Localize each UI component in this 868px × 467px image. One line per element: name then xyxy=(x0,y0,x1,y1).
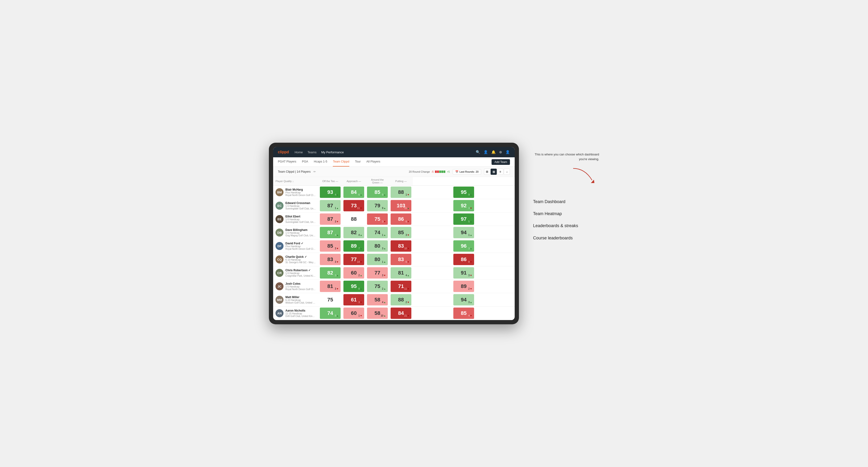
score-box: 83 10▼ xyxy=(391,240,411,252)
table-row[interactable]: JC Josh Coles 1-5 Handicap Royal North D… xyxy=(273,280,515,293)
subnav-all-players[interactable]: All Players xyxy=(366,157,380,166)
view-heatmap-button[interactable]: ▦ xyxy=(491,168,497,175)
table-row[interactable]: CQ Charlie Quick ✓ 6-10 Handicap St. Geo… xyxy=(273,253,515,266)
score-box: 81 4▲ xyxy=(391,267,411,279)
score-box: 74 8▲ xyxy=(320,308,341,319)
settings-icon[interactable]: ⊕ xyxy=(499,150,502,154)
table-row[interactable]: DF David Ford ✓ Plus Handicap Royal Nort… xyxy=(273,239,515,253)
change-num: 4 xyxy=(359,234,360,236)
arrow-down: ▼ xyxy=(336,287,339,290)
view-grid-button[interactable]: ⊞ xyxy=(484,168,490,175)
score-num: 77 xyxy=(375,270,380,276)
score-change: 3▼ xyxy=(382,274,386,277)
nav-link-home[interactable]: Home xyxy=(294,151,303,154)
arrow-down: ▼ xyxy=(407,261,409,263)
change-num: 11 xyxy=(404,287,407,290)
last-rounds-button[interactable]: 📅 Last Rounds: 20 xyxy=(453,169,481,175)
score-cell-putting: 97 5▲ xyxy=(413,213,515,226)
player-name: Josh Coles xyxy=(285,282,316,285)
score-change: 10▲ xyxy=(381,314,386,317)
score-num: 88 xyxy=(398,297,404,303)
score-box: 84 6▲ xyxy=(343,187,364,198)
score-num: 75 xyxy=(328,297,333,303)
score-num: 80 xyxy=(375,243,380,249)
score-num: 94 xyxy=(461,297,467,303)
score-box: 85 4▼ xyxy=(453,308,474,319)
score-box: 79 9▲ xyxy=(367,200,388,211)
subnav-team-clippd[interactable]: Team Clippd xyxy=(333,157,349,166)
score-cell-approach: 79 9▲ xyxy=(366,199,389,213)
score-num: 84 xyxy=(398,310,404,316)
view-list-button[interactable]: ≡ xyxy=(497,168,503,175)
arrow-down: ▼ xyxy=(407,220,409,223)
table-row[interactable]: CR Chris Robertson ✓ 1-5 Handicap Craigm… xyxy=(273,266,515,280)
nav-link-teams[interactable]: Teams xyxy=(308,151,316,154)
table-row[interactable]: EE Elliot Ebert 1-5 Handicap Sunningdale… xyxy=(273,213,515,226)
subnav-hcaps[interactable]: Hcaps 1-5 xyxy=(314,157,327,166)
change-num: 8 xyxy=(468,261,470,263)
score-cell-approach: 75 3▼ xyxy=(366,213,389,226)
score-num: 82 xyxy=(351,229,356,236)
change-num: 2 xyxy=(406,301,407,304)
player-handicap: 1-5 Handicap xyxy=(285,218,316,221)
table-row[interactable]: AN Aaron Nicholls 11-15 Handicap Drift G… xyxy=(273,307,515,320)
user-icon[interactable]: 👤 xyxy=(484,150,488,154)
player-handicap: 1-5 Handicap xyxy=(285,285,316,288)
avatar-icon[interactable]: 👤 xyxy=(505,150,510,154)
score-num: 79 xyxy=(375,203,380,209)
score-change: 1▼ xyxy=(359,314,362,317)
nav-icons: 🔍 👤 🔔 ⊕ 👤 xyxy=(476,150,510,154)
score-change: 8▲ xyxy=(359,287,362,290)
nav-bar: clippd Home Teams My Performance 🔍 👤 🔔 ⊕… xyxy=(273,147,515,157)
score-change: 2▲ xyxy=(359,274,362,277)
change-num: 14 xyxy=(357,261,360,263)
score-change: 4▲ xyxy=(359,234,362,236)
arrow-up: ▲ xyxy=(470,193,472,196)
score-num: 60 xyxy=(351,310,356,316)
change-num: 1 xyxy=(359,314,360,317)
score-num: 58 xyxy=(375,297,380,303)
score-cell-off_tee: 73 11▼ xyxy=(342,199,366,213)
view-export-button[interactable]: ↓ xyxy=(504,168,510,175)
arrow-up: ▲ xyxy=(383,301,386,304)
bell-icon[interactable]: 🔔 xyxy=(491,150,496,154)
avatar: MM xyxy=(276,296,283,304)
change-bar-visual xyxy=(435,170,445,173)
score-change: 4▼ xyxy=(468,314,472,317)
score-num: 97 xyxy=(461,216,467,222)
change-num: 1 xyxy=(382,234,383,236)
table-row[interactable]: EC Edward Crossman 1-5 Handicap Sunningd… xyxy=(273,199,515,213)
score-num: 95 xyxy=(461,189,467,195)
arrow-up: ▲ xyxy=(470,234,472,236)
arrow-up: ▲ xyxy=(360,193,362,196)
score-box: 89 2▼ xyxy=(453,281,474,292)
avatar: AN xyxy=(276,309,283,317)
change-neg: -5 xyxy=(431,170,434,173)
score-change: 2▲ xyxy=(382,287,386,290)
nav-link-my-performance[interactable]: My Performance xyxy=(321,151,344,154)
table-row[interactable]: DB Dave Billingham 1-5 Handicap Gog Mago… xyxy=(273,226,515,239)
arrow-down: ▼ xyxy=(470,287,472,290)
search-icon[interactable]: 🔍 xyxy=(476,150,480,154)
subnav-pgat[interactable]: PGAT Players xyxy=(278,157,296,166)
score-box: 60 2▲ xyxy=(343,267,364,279)
add-team-button[interactable]: Add Team xyxy=(492,159,510,165)
edit-icon[interactable]: ✏ xyxy=(313,170,316,173)
table-row[interactable]: MM Matt Miller 6-10 Handicap Woburn Golf… xyxy=(273,293,515,307)
score-cell-around_green: 83 10▼ xyxy=(389,239,413,253)
change-num: 4 xyxy=(335,234,336,236)
col-approach: Approach — xyxy=(342,177,366,186)
score-num: 96 xyxy=(461,243,467,249)
score-change: 3▼ xyxy=(335,287,339,290)
score-box: 93 4▲ xyxy=(320,187,341,198)
player-info: Elliot Ebert 1-5 Handicap Sunningdale Go… xyxy=(285,215,316,223)
score-change: 3▼ xyxy=(406,234,409,236)
score-cell-off_tee: 89 7▲ xyxy=(342,239,366,253)
subnav-pga[interactable]: PGA xyxy=(302,157,308,166)
table-row[interactable]: BM Blair McHarg Plus Handicap Royal Nort… xyxy=(273,186,515,199)
subnav-tour[interactable]: Tour xyxy=(355,157,361,166)
score-change: 6▲ xyxy=(359,193,362,196)
score-box: 82 3▲ xyxy=(320,267,341,279)
arrow-up: ▲ xyxy=(407,274,409,277)
score-change: 1▼ xyxy=(406,193,409,196)
